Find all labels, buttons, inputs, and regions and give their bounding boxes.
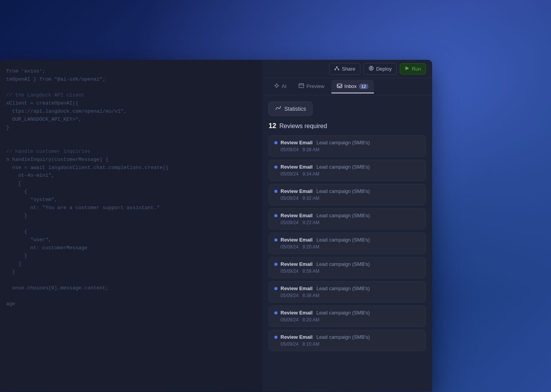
deploy-label: Deploy xyxy=(376,66,392,72)
review-item[interactable]: Review Email Lead campaign (SMB's) 05/09… xyxy=(269,257,426,278)
review-meta: 05/09/24 8:10 AM xyxy=(274,341,420,347)
toolbar: Share Deploy Run xyxy=(262,60,432,78)
review-item[interactable]: Review Email Lead campaign (SMB's) 05/09… xyxy=(269,330,426,351)
svg-point-0 xyxy=(336,66,338,68)
svg-line-3 xyxy=(337,68,338,69)
inbox-badge: 12 xyxy=(359,84,368,89)
tab-preview[interactable]: Preview xyxy=(293,80,330,93)
reviews-count: 12 xyxy=(269,122,276,130)
review-status-dot xyxy=(274,190,277,193)
review-status-dot xyxy=(274,311,277,314)
review-meta: 05/09/24 9:34 AM xyxy=(274,171,420,177)
preview-icon xyxy=(299,83,304,90)
tab-ai[interactable]: AI xyxy=(269,80,292,93)
review-status-dot xyxy=(274,214,277,217)
review-subtitle: Lead campaign (SMB's) xyxy=(316,334,370,340)
review-subtitle: Lead campaign (SMB's) xyxy=(316,213,370,218)
review-item[interactable]: Review Email Lead campaign (SMB's) 05/09… xyxy=(269,281,426,302)
statistics-label: Statistics xyxy=(284,106,306,112)
review-meta: 05/09/24 8:38 AM xyxy=(274,293,420,298)
svg-marker-8 xyxy=(406,66,409,70)
review-item[interactable]: Review Email Lead campaign (SMB's) 05/09… xyxy=(269,160,426,181)
review-meta: 05/09/24 9:20 AM xyxy=(274,244,420,250)
tabs-bar: AI Preview Inbox xyxy=(262,78,432,95)
run-icon xyxy=(405,66,409,72)
tab-inbox[interactable]: Inbox 12 xyxy=(331,80,374,93)
review-title: Review Email xyxy=(281,237,313,243)
review-status-dot xyxy=(274,263,277,266)
deploy-button[interactable]: Deploy xyxy=(363,63,397,75)
review-title: Review Email xyxy=(281,310,313,316)
review-item[interactable]: Review Email Lead campaign (SMB's) 05/09… xyxy=(269,306,426,327)
tab-inbox-label: Inbox xyxy=(345,83,357,89)
reviews-header: 12 Reviews required xyxy=(269,122,426,130)
tab-ai-label: AI xyxy=(282,83,286,89)
svg-point-6 xyxy=(370,68,372,69)
review-status-dot xyxy=(274,141,277,144)
svg-line-4 xyxy=(335,68,337,69)
share-label: Share xyxy=(342,66,355,72)
review-title: Review Email xyxy=(281,140,313,145)
review-subtitle: Lead campaign (SMB's) xyxy=(316,140,370,145)
run-label: Run xyxy=(412,66,421,72)
tab-preview-label: Preview xyxy=(306,83,324,89)
statistics-icon xyxy=(275,105,281,112)
share-button[interactable]: Share xyxy=(329,63,360,75)
review-meta: 05/09/24 9:32 AM xyxy=(274,196,420,201)
run-button[interactable]: Run xyxy=(400,63,426,74)
review-meta: 05/09/24 8:58 AM xyxy=(274,269,420,274)
review-subtitle: Lead campaign (SMB's) xyxy=(316,261,370,267)
review-meta: 05/09/24 9:38 AM xyxy=(274,147,420,152)
review-title: Review Email xyxy=(281,261,313,267)
share-icon xyxy=(334,66,340,72)
right-panel: Share Deploy Run xyxy=(262,60,432,392)
review-title: Review Email xyxy=(281,188,313,194)
panel-content: Statistics 12 Reviews required Review Em… xyxy=(262,95,432,392)
statistics-button[interactable]: Statistics xyxy=(269,101,313,116)
review-subtitle: Lead campaign (SMB's) xyxy=(316,188,370,194)
code-content: from 'axios'; teOpenAI } from "@ai-sdk/o… xyxy=(6,68,256,308)
review-subtitle: Lead campaign (SMB's) xyxy=(316,164,370,170)
review-item[interactable]: Review Email Lead campaign (SMB's) 05/09… xyxy=(269,208,426,230)
review-status-dot xyxy=(274,238,277,242)
review-item[interactable]: Review Email Lead campaign (SMB's) 05/09… xyxy=(269,135,426,157)
review-meta: 05/09/24 8:20 AM xyxy=(274,317,420,323)
ai-icon xyxy=(274,83,279,90)
review-status-dot xyxy=(274,287,277,290)
review-title: Review Email xyxy=(281,286,313,291)
svg-point-1 xyxy=(338,69,340,71)
review-subtitle: Lead campaign (SMB's) xyxy=(316,237,370,243)
review-title: Review Email xyxy=(281,213,313,218)
review-item[interactable]: Review Email Lead campaign (SMB's) 05/09… xyxy=(269,184,426,205)
inbox-icon xyxy=(337,83,342,90)
review-subtitle: Lead campaign (SMB's) xyxy=(316,286,370,291)
svg-point-2 xyxy=(335,69,336,71)
code-editor: from 'axios'; teOpenAI } from "@ai-sdk/o… xyxy=(0,60,262,392)
review-status-dot xyxy=(274,336,277,339)
reviews-list: Review Email Lead campaign (SMB's) 05/09… xyxy=(269,135,426,351)
reviews-label: Reviews required xyxy=(279,123,327,130)
app-window: from 'axios'; teOpenAI } from "@ai-sdk/o… xyxy=(0,60,432,392)
review-status-dot xyxy=(274,166,277,169)
review-meta: 05/09/24 9:22 AM xyxy=(274,220,420,225)
review-subtitle: Lead campaign (SMB's) xyxy=(316,310,370,316)
review-title: Review Email xyxy=(281,164,313,170)
deploy-icon xyxy=(368,66,374,72)
review-item[interactable]: Review Email Lead campaign (SMB's) 05/09… xyxy=(269,233,426,254)
svg-rect-9 xyxy=(299,84,304,88)
review-title: Review Email xyxy=(281,334,313,340)
